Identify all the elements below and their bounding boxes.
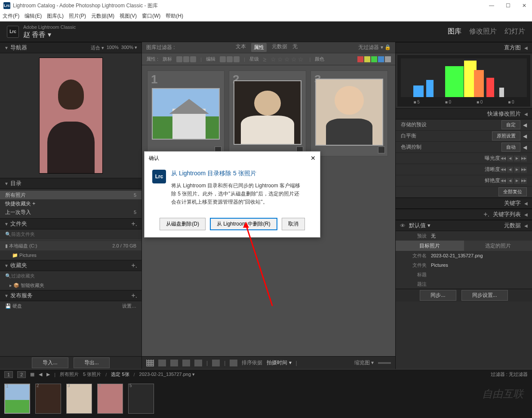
sort-dropdown[interactable]: 拍摄时间 ▾ [267,359,291,366]
folders-add-icon[interactable]: +. [131,220,137,228]
menu-edit[interactable]: 编辑(E) [25,12,42,20]
painter-icon[interactable] [212,360,220,366]
color-filter[interactable] [357,56,391,62]
filter-none[interactable]: 无 [292,43,298,52]
fs-path[interactable]: 所有照片 [60,371,79,378]
publish-harddrive[interactable]: 💾 硬盘 设置… [0,301,141,311]
edit-filter-icons[interactable] [220,56,240,62]
loupe-view-icon[interactable] [158,360,166,366]
folder-drive[interactable]: ▮ 本地磁盘 (C:) 2.0 / 70 GB [0,241,141,250]
compare-view-icon[interactable] [170,360,178,366]
nav-100[interactable]: 100% [107,45,119,51]
people-view-icon[interactable] [194,360,202,366]
histogram-graph[interactable] [401,58,527,97]
menu-file[interactable]: 文件(F) [3,12,19,20]
filmstrip-thumb-1[interactable]: 1 [4,384,30,414]
filter-text[interactable]: 文本 [236,43,246,52]
keyword-add-icon[interactable]: +. [483,211,489,218]
nav-fwd-icon[interactable]: ▶ [46,372,50,377]
monitor-1[interactable]: 1 [4,371,13,378]
keywords-title[interactable]: 关键字 [504,199,521,207]
nav-back-icon[interactable]: ◀ [39,372,42,377]
metadata-mode[interactable]: 默认值 ▾ [409,222,431,229]
metadata-title[interactable]: 元数据 [504,222,521,229]
folders-title[interactable]: 文件夹 [10,220,27,227]
grid-view-icon[interactable] [146,360,154,366]
module-slideshow[interactable]: 幻灯片 [504,27,525,36]
export-button[interactable]: 导出... [74,357,110,368]
publish-title[interactable]: 发布服务 [10,292,33,299]
filter-attribute[interactable]: 属性 [251,43,267,52]
menu-photo[interactable]: 照片(P) [69,12,86,20]
menu-metadata[interactable]: 元数据(M) [91,12,114,20]
catalog-title[interactable]: 目录 [10,180,22,186]
auto-tone-button[interactable]: 自动 [501,143,520,152]
identity-plate[interactable]: 赵 香香 ▾ [23,31,76,39]
filmstrip-thumb-3[interactable]: 3 [66,384,92,414]
grid-cell-2[interactable]: 2 [229,70,306,156]
module-develop[interactable]: 修改照片 [469,27,497,36]
collections-title[interactable]: 收藏夹 [10,262,27,268]
nav-300[interactable]: 300% ▾ [121,45,137,51]
collection-filter-input[interactable] [11,273,136,278]
publish-add-icon[interactable]: +. [131,292,137,299]
navigator-preview[interactable] [39,58,103,174]
menu-window[interactable]: 窗口(W) [142,12,160,20]
meta-folder[interactable]: Pictures [431,262,527,268]
grid-icon[interactable]: ▦ [30,372,34,377]
preset-value[interactable]: 无 [431,233,527,239]
sync-button[interactable]: 同步... [420,290,456,301]
keywordlist-title[interactable]: 关键字列表 [493,211,521,218]
star-filter[interactable]: ≥ ☆☆☆☆☆ [263,56,305,63]
survey-view-icon[interactable] [182,360,190,366]
quick-develop-title[interactable]: 快速修改照片 [487,110,521,118]
module-library[interactable]: 图库 [448,27,461,36]
remove-from-lightroom-button[interactable]: 从 Lightroom 中删除(R) [210,218,277,230]
filter-metadata[interactable]: 元数据 [272,43,287,52]
navigator-title[interactable]: 导航器 [10,44,27,51]
filmstrip-thumb-2[interactable]: 2 [35,384,61,414]
nav-fit[interactable]: 适合 ▾ [91,45,104,51]
exposure-dec2[interactable]: ◀◀ [500,156,506,162]
cancel-button[interactable]: 取消 [282,218,305,230]
grid-cell-3[interactable]: 3 [311,70,388,156]
sort-direction-icon[interactable] [230,360,237,366]
delete-from-disk-button[interactable]: 从磁盘删除(D) [160,218,206,230]
catalog-quick-collection[interactable]: 快捷收藏夹 + [0,199,141,208]
menu-library[interactable]: 图库(L) [47,12,64,20]
exposure-dec[interactable]: ◀ [507,156,513,162]
import-button[interactable]: 导入... [32,357,68,368]
meta-filename[interactable]: 2023-02-21_135727.png [431,253,527,258]
filmstrip-thumb-4[interactable]: 4 [97,384,123,414]
folder-pictures[interactable]: 📁 Pictures [0,250,141,260]
tab-target-photo[interactable]: 目标照片 [396,241,464,251]
lock-icon[interactable]: 🔒 [384,44,391,50]
catalog-previous-import[interactable]: 上一次导入 5 [0,208,141,217]
exposure-inc[interactable]: ▶ [514,156,520,162]
wb-dropdown[interactable]: 原照设置 [492,131,520,140]
maximize-button[interactable]: ☐ [504,3,512,9]
tab-selected-photos[interactable]: 选定的照片 [464,241,532,251]
filmstrip-thumb-5[interactable]: 5 [128,384,154,414]
fs-filename[interactable]: 2023-02-21_135727.png ▾ [139,372,195,377]
minimize-button[interactable]: — [487,3,496,9]
folder-filter-input[interactable] [11,232,136,237]
reset-all-button[interactable]: 全部复位 [498,187,527,196]
close-button[interactable]: ✕ [520,3,529,9]
sync-settings-button[interactable]: 同步设置... [461,290,508,301]
collections-add-icon[interactable]: +. [131,262,137,269]
grid-cell-1[interactable]: 1 [147,70,224,156]
thumbnail-size-slider[interactable] [378,362,391,364]
filter-preset[interactable]: 无过滤器 ▾ [358,44,383,50]
histogram-title[interactable]: 直方图 [504,44,521,52]
exposure-inc2[interactable]: ▶▶ [521,156,527,162]
flag-filter-icons[interactable] [176,56,196,62]
catalog-all-photos[interactable]: 所有照片 5 [0,191,141,199]
menu-help[interactable]: 帮助(H) [166,12,183,20]
thumbnail-size-label[interactable]: 缩览图 ▾ [354,359,374,366]
menu-view[interactable]: 视图(V) [120,12,137,20]
filmstrip[interactable]: 1 2 3 4 5 [0,379,532,418]
preset-dropdown[interactable]: 自定 [501,120,520,129]
monitor-2[interactable]: 2 [17,371,26,378]
fs-filter-value[interactable]: 无过滤器 [509,372,528,377]
